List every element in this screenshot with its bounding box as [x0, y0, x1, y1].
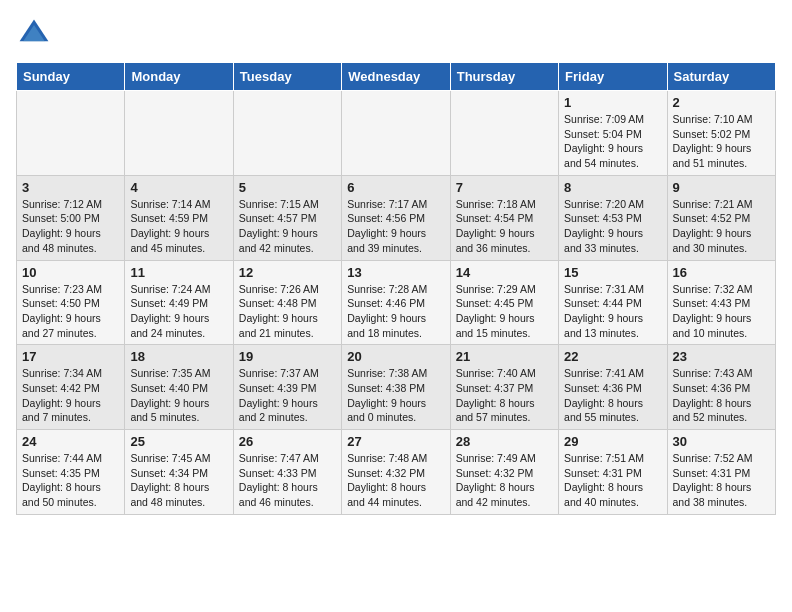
day-info: Sunrise: 7:14 AM Sunset: 4:59 PM Dayligh… [130, 197, 227, 256]
day-number: 11 [130, 265, 227, 280]
day-info: Sunrise: 7:24 AM Sunset: 4:49 PM Dayligh… [130, 282, 227, 341]
calendar-cell: 10Sunrise: 7:23 AM Sunset: 4:50 PM Dayli… [17, 260, 125, 345]
day-number: 19 [239, 349, 336, 364]
day-info: Sunrise: 7:32 AM Sunset: 4:43 PM Dayligh… [673, 282, 770, 341]
day-info: Sunrise: 7:34 AM Sunset: 4:42 PM Dayligh… [22, 366, 119, 425]
calendar-cell: 25Sunrise: 7:45 AM Sunset: 4:34 PM Dayli… [125, 430, 233, 515]
day-number: 16 [673, 265, 770, 280]
day-info: Sunrise: 7:31 AM Sunset: 4:44 PM Dayligh… [564, 282, 661, 341]
col-header-sunday: Sunday [17, 63, 125, 91]
calendar-week-2: 10Sunrise: 7:23 AM Sunset: 4:50 PM Dayli… [17, 260, 776, 345]
calendar-week-3: 17Sunrise: 7:34 AM Sunset: 4:42 PM Dayli… [17, 345, 776, 430]
day-number: 22 [564, 349, 661, 364]
col-header-saturday: Saturday [667, 63, 775, 91]
calendar-cell: 18Sunrise: 7:35 AM Sunset: 4:40 PM Dayli… [125, 345, 233, 430]
day-number: 30 [673, 434, 770, 449]
calendar-cell [233, 91, 341, 176]
col-header-monday: Monday [125, 63, 233, 91]
calendar-cell: 3Sunrise: 7:12 AM Sunset: 5:00 PM Daylig… [17, 175, 125, 260]
day-number: 23 [673, 349, 770, 364]
col-header-thursday: Thursday [450, 63, 558, 91]
day-info: Sunrise: 7:15 AM Sunset: 4:57 PM Dayligh… [239, 197, 336, 256]
calendar-cell: 19Sunrise: 7:37 AM Sunset: 4:39 PM Dayli… [233, 345, 341, 430]
day-info: Sunrise: 7:43 AM Sunset: 4:36 PM Dayligh… [673, 366, 770, 425]
day-info: Sunrise: 7:20 AM Sunset: 4:53 PM Dayligh… [564, 197, 661, 256]
day-number: 10 [22, 265, 119, 280]
calendar-cell: 22Sunrise: 7:41 AM Sunset: 4:36 PM Dayli… [559, 345, 667, 430]
calendar-cell: 27Sunrise: 7:48 AM Sunset: 4:32 PM Dayli… [342, 430, 450, 515]
calendar-cell: 16Sunrise: 7:32 AM Sunset: 4:43 PM Dayli… [667, 260, 775, 345]
day-number: 3 [22, 180, 119, 195]
calendar-cell: 30Sunrise: 7:52 AM Sunset: 4:31 PM Dayli… [667, 430, 775, 515]
calendar-cell: 15Sunrise: 7:31 AM Sunset: 4:44 PM Dayli… [559, 260, 667, 345]
col-header-tuesday: Tuesday [233, 63, 341, 91]
day-info: Sunrise: 7:49 AM Sunset: 4:32 PM Dayligh… [456, 451, 553, 510]
calendar-cell: 26Sunrise: 7:47 AM Sunset: 4:33 PM Dayli… [233, 430, 341, 515]
day-info: Sunrise: 7:26 AM Sunset: 4:48 PM Dayligh… [239, 282, 336, 341]
calendar-cell: 20Sunrise: 7:38 AM Sunset: 4:38 PM Dayli… [342, 345, 450, 430]
calendar-cell: 1Sunrise: 7:09 AM Sunset: 5:04 PM Daylig… [559, 91, 667, 176]
day-number: 9 [673, 180, 770, 195]
calendar-cell [125, 91, 233, 176]
day-number: 17 [22, 349, 119, 364]
calendar-cell: 21Sunrise: 7:40 AM Sunset: 4:37 PM Dayli… [450, 345, 558, 430]
calendar-cell: 11Sunrise: 7:24 AM Sunset: 4:49 PM Dayli… [125, 260, 233, 345]
day-number: 27 [347, 434, 444, 449]
calendar-table: SundayMondayTuesdayWednesdayThursdayFrid… [16, 62, 776, 515]
day-number: 14 [456, 265, 553, 280]
calendar-cell: 28Sunrise: 7:49 AM Sunset: 4:32 PM Dayli… [450, 430, 558, 515]
day-number: 4 [130, 180, 227, 195]
day-info: Sunrise: 7:28 AM Sunset: 4:46 PM Dayligh… [347, 282, 444, 341]
day-number: 12 [239, 265, 336, 280]
day-number: 21 [456, 349, 553, 364]
calendar-cell: 6Sunrise: 7:17 AM Sunset: 4:56 PM Daylig… [342, 175, 450, 260]
day-number: 26 [239, 434, 336, 449]
day-number: 18 [130, 349, 227, 364]
calendar-cell [342, 91, 450, 176]
calendar-cell: 29Sunrise: 7:51 AM Sunset: 4:31 PM Dayli… [559, 430, 667, 515]
calendar-header: SundayMondayTuesdayWednesdayThursdayFrid… [17, 63, 776, 91]
calendar-cell: 23Sunrise: 7:43 AM Sunset: 4:36 PM Dayli… [667, 345, 775, 430]
calendar-cell: 7Sunrise: 7:18 AM Sunset: 4:54 PM Daylig… [450, 175, 558, 260]
day-info: Sunrise: 7:37 AM Sunset: 4:39 PM Dayligh… [239, 366, 336, 425]
calendar-week-4: 24Sunrise: 7:44 AM Sunset: 4:35 PM Dayli… [17, 430, 776, 515]
calendar-cell [450, 91, 558, 176]
day-info: Sunrise: 7:17 AM Sunset: 4:56 PM Dayligh… [347, 197, 444, 256]
day-info: Sunrise: 7:29 AM Sunset: 4:45 PM Dayligh… [456, 282, 553, 341]
day-number: 2 [673, 95, 770, 110]
day-number: 24 [22, 434, 119, 449]
day-info: Sunrise: 7:51 AM Sunset: 4:31 PM Dayligh… [564, 451, 661, 510]
day-info: Sunrise: 7:18 AM Sunset: 4:54 PM Dayligh… [456, 197, 553, 256]
day-info: Sunrise: 7:21 AM Sunset: 4:52 PM Dayligh… [673, 197, 770, 256]
calendar-cell: 2Sunrise: 7:10 AM Sunset: 5:02 PM Daylig… [667, 91, 775, 176]
day-number: 20 [347, 349, 444, 364]
day-info: Sunrise: 7:23 AM Sunset: 4:50 PM Dayligh… [22, 282, 119, 341]
day-number: 29 [564, 434, 661, 449]
calendar-cell: 9Sunrise: 7:21 AM Sunset: 4:52 PM Daylig… [667, 175, 775, 260]
calendar-cell: 12Sunrise: 7:26 AM Sunset: 4:48 PM Dayli… [233, 260, 341, 345]
calendar-cell: 14Sunrise: 7:29 AM Sunset: 4:45 PM Dayli… [450, 260, 558, 345]
day-number: 25 [130, 434, 227, 449]
day-info: Sunrise: 7:48 AM Sunset: 4:32 PM Dayligh… [347, 451, 444, 510]
calendar-cell: 5Sunrise: 7:15 AM Sunset: 4:57 PM Daylig… [233, 175, 341, 260]
day-info: Sunrise: 7:09 AM Sunset: 5:04 PM Dayligh… [564, 112, 661, 171]
day-number: 6 [347, 180, 444, 195]
day-info: Sunrise: 7:45 AM Sunset: 4:34 PM Dayligh… [130, 451, 227, 510]
calendar-cell: 8Sunrise: 7:20 AM Sunset: 4:53 PM Daylig… [559, 175, 667, 260]
col-header-wednesday: Wednesday [342, 63, 450, 91]
day-info: Sunrise: 7:44 AM Sunset: 4:35 PM Dayligh… [22, 451, 119, 510]
day-number: 15 [564, 265, 661, 280]
logo-icon [16, 16, 52, 52]
day-info: Sunrise: 7:10 AM Sunset: 5:02 PM Dayligh… [673, 112, 770, 171]
calendar-cell: 24Sunrise: 7:44 AM Sunset: 4:35 PM Dayli… [17, 430, 125, 515]
logo [16, 16, 56, 52]
day-info: Sunrise: 7:12 AM Sunset: 5:00 PM Dayligh… [22, 197, 119, 256]
day-info: Sunrise: 7:35 AM Sunset: 4:40 PM Dayligh… [130, 366, 227, 425]
calendar-week-0: 1Sunrise: 7:09 AM Sunset: 5:04 PM Daylig… [17, 91, 776, 176]
day-info: Sunrise: 7:41 AM Sunset: 4:36 PM Dayligh… [564, 366, 661, 425]
day-info: Sunrise: 7:47 AM Sunset: 4:33 PM Dayligh… [239, 451, 336, 510]
day-info: Sunrise: 7:52 AM Sunset: 4:31 PM Dayligh… [673, 451, 770, 510]
day-number: 13 [347, 265, 444, 280]
day-number: 1 [564, 95, 661, 110]
day-info: Sunrise: 7:38 AM Sunset: 4:38 PM Dayligh… [347, 366, 444, 425]
